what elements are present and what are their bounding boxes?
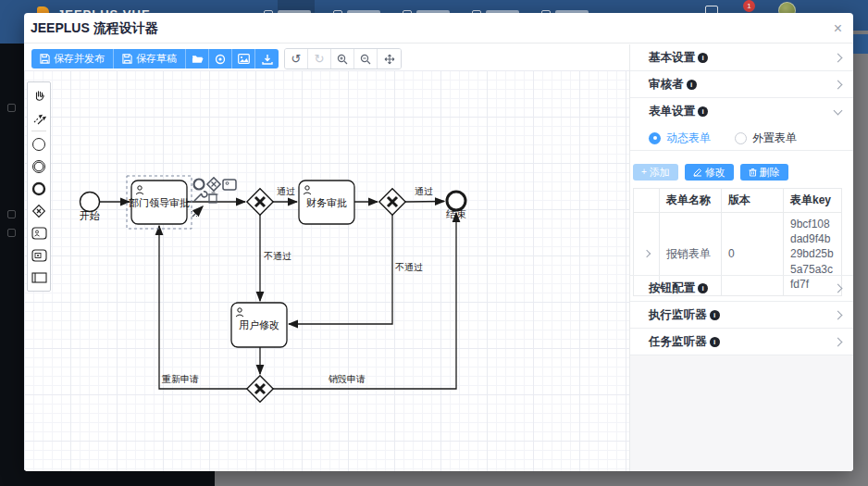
start-event[interactable] — [81, 193, 100, 212]
section-label: 表单设置 — [649, 104, 695, 119]
delete-label: 删除 — [760, 166, 780, 180]
notification-badge[interactable]: 1 — [743, 0, 755, 12]
task-label: 部门领导审批 — [129, 197, 190, 208]
process-designer-dialog: JEEPLUS 流程设计器 × — [24, 13, 853, 471]
task-label: 财务审批 — [306, 197, 347, 208]
section-form-settings[interactable]: 表单设置 — [630, 98, 853, 125]
radio-external-label[interactable]: 外置表单 — [752, 131, 797, 146]
save-icon — [40, 54, 50, 64]
hand-tool[interactable] — [28, 84, 50, 106]
info-icon — [698, 53, 708, 63]
palette-end-event[interactable] — [28, 178, 50, 200]
column-header-version: 版本 — [722, 189, 784, 212]
bpmn-canvas[interactable]: 通过 通过 不通过 不通过 重新申请 销毁申请 开始 部门领导审批 — [24, 44, 629, 471]
exclusive-gateway-3[interactable] — [247, 376, 273, 402]
palette-user-task[interactable] — [28, 222, 50, 244]
bpmn-diagram[interactable]: 通过 通过 不通过 不通过 重新申请 销毁申请 开始 部门领导审批 — [24, 44, 629, 471]
user-task-finance-approval[interactable]: 财务审批 — [299, 181, 354, 224]
start-event-icon — [31, 137, 46, 152]
user-task-user-modify[interactable]: 用户修改 — [231, 303, 287, 347]
edit-label: 修改 — [705, 166, 725, 180]
undo-icon: ↺ — [291, 52, 302, 66]
global-connect-tool[interactable] — [28, 106, 50, 129]
column-header-key: 表单key — [784, 189, 841, 212]
palette-start-event[interactable] — [28, 133, 50, 156]
end-event[interactable] — [447, 192, 465, 210]
add-label: 添加 — [650, 166, 670, 180]
flow-gw2-task3[interactable] — [289, 215, 392, 324]
user-task-dept-approval[interactable]: 部门领导审批 — [129, 181, 190, 224]
palette-participant[interactable] — [28, 267, 50, 289]
palette-exclusive-gateway[interactable] — [28, 200, 50, 222]
undo-button[interactable]: ↺ — [285, 49, 308, 69]
exclusive-gateway-1[interactable] — [247, 189, 273, 215]
reset-position-button[interactable] — [378, 49, 401, 69]
panel-filler — [630, 355, 853, 471]
export-image-button[interactable] — [232, 49, 255, 69]
save-draft-button[interactable]: 保存草稿 — [114, 49, 186, 69]
section-execution-listener[interactable]: 执行监听器 — [630, 302, 853, 329]
edge-label-fail2: 不通过 — [395, 262, 423, 272]
fit-viewport-button[interactable] — [209, 49, 232, 69]
zoom-out-icon — [360, 54, 371, 65]
bpmn-palette — [27, 81, 51, 292]
plus-icon: + — [641, 168, 647, 177]
redo-button[interactable]: ↻ — [308, 49, 331, 69]
chevron-right-icon — [834, 80, 843, 89]
chevron-right-icon — [834, 337, 843, 346]
save-icon — [122, 54, 132, 64]
form-table-header: 表单名称 版本 表单key — [634, 189, 841, 213]
open-file-button[interactable] — [186, 49, 209, 69]
edge-label-fail1: 不通过 — [264, 251, 291, 261]
delete-form-button[interactable]: 删除 — [740, 164, 788, 181]
radio-dynamic-form[interactable] — [649, 132, 661, 144]
flow-gw3-end[interactable] — [273, 213, 456, 389]
close-icon[interactable]: × — [834, 13, 842, 44]
section-reviewers[interactable]: 审核者 — [630, 71, 853, 98]
background-blue-button — [851, 34, 868, 54]
exclusive-gateway-2[interactable] — [379, 189, 405, 215]
contextpad-connect-icon[interactable] — [192, 206, 203, 217]
task-label: 用户修改 — [239, 319, 279, 330]
section-button-config[interactable]: 按钮配置 — [630, 275, 853, 302]
designer-toolbar: 保存并发布 保存草稿 ↺ — [31, 48, 402, 69]
contextpad-task-icon[interactable] — [223, 180, 236, 190]
info-icon — [698, 106, 708, 117]
zoom-in-button[interactable] — [331, 49, 354, 69]
flow-gw2-end[interactable] — [405, 202, 444, 203]
edit-form-button[interactable]: 修改 — [685, 164, 734, 181]
radio-dynamic-label[interactable]: 动态表单 — [666, 131, 711, 146]
save-publish-label: 保存并发布 — [54, 52, 105, 66]
sidebar-menu-icon — [7, 210, 16, 218]
save-draft-label: 保存草稿 — [136, 52, 177, 66]
gateway-icon — [31, 204, 46, 218]
section-basic-settings[interactable]: 基本设置 — [630, 44, 853, 71]
download-icon — [262, 54, 273, 65]
radio-external-form[interactable] — [735, 132, 747, 144]
section-task-listener[interactable]: 任务监听器 — [630, 329, 853, 355]
sidebar-menu-icon — [7, 229, 16, 237]
receive-task-icon — [31, 249, 47, 262]
palette-receive-task[interactable] — [28, 244, 50, 267]
sidebar-menu-icon — [7, 104, 16, 112]
save-publish-button[interactable]: 保存并发布 — [31, 49, 114, 69]
zoom-out-button[interactable] — [354, 49, 378, 69]
section-label: 按钮配置 — [649, 280, 695, 296]
info-icon — [698, 283, 708, 293]
zoom-in-icon — [337, 54, 348, 65]
contextpad-gateway-icon[interactable] — [207, 178, 220, 191]
end-event-label: 结束 — [446, 208, 466, 219]
section-label: 执行监听器 — [649, 307, 707, 323]
add-form-button[interactable]: +添加 — [633, 164, 678, 181]
expand-column-header — [634, 189, 660, 212]
edge-label-pass2: 通过 — [415, 186, 433, 196]
palette-intermediate-event[interactable] — [28, 156, 50, 178]
chevron-right-icon — [834, 284, 843, 293]
redo-icon: ↻ — [315, 52, 325, 66]
trash-icon — [749, 168, 757, 177]
download-xml-button[interactable] — [255, 49, 279, 69]
chevron-right-icon — [834, 310, 843, 319]
contextpad-wrench-icon[interactable] — [194, 192, 207, 201]
contextpad-end-event-icon[interactable] — [194, 180, 205, 190]
move-icon — [384, 54, 395, 65]
